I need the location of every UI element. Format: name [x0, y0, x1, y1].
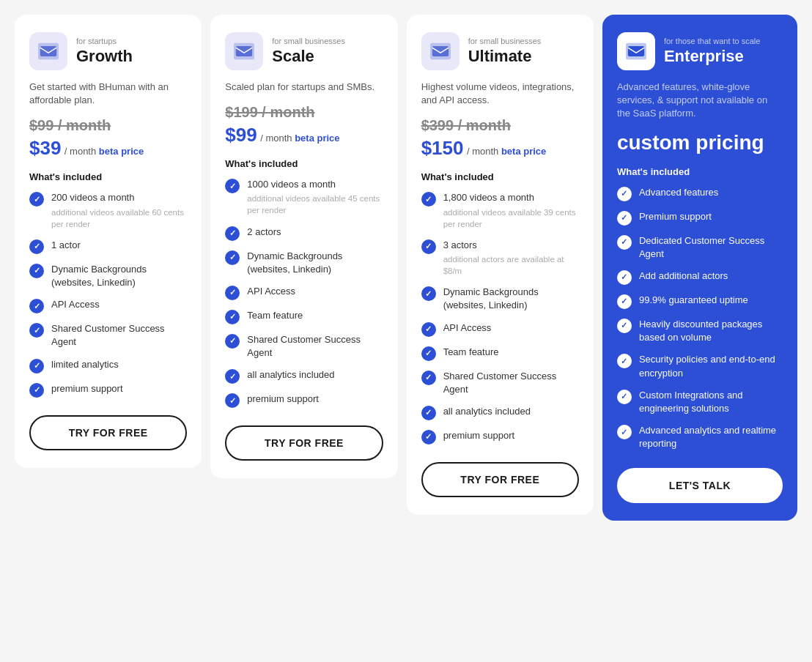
feature-text-scale-2: Dynamic Backgrounds (websites, Linkedin) — [247, 250, 383, 276]
feature-item-ultimate-1: 3 actors additional actors are available… — [421, 239, 579, 277]
feature-item-enterprise-5: Heavily discounted packages based on vol… — [617, 318, 783, 344]
check-icon-scale-0 — [225, 179, 240, 193]
beta-per-scale: / month — [260, 133, 295, 144]
feature-item-enterprise-3: Add additional actors — [617, 269, 783, 285]
cta-button-growth[interactable]: TRY FOR FREE — [29, 415, 187, 450]
check-icon-enterprise-7 — [617, 390, 632, 404]
plan-name-growth: Growth — [76, 47, 133, 66]
plan-icon-scale — [225, 32, 263, 70]
check-icon-enterprise-4 — [617, 294, 632, 309]
plan-desc-scale: Scaled plan for startups and SMBs. — [225, 81, 383, 94]
feature-text-ultimate-0: 1,800 videos a month additional videos a… — [443, 191, 579, 229]
plan-for-growth: for startups — [76, 37, 133, 45]
check-icon-enterprise-8 — [617, 425, 632, 439]
cta-button-scale[interactable]: TRY FOR FREE — [225, 425, 383, 461]
original-price-scale: $199 / month — [225, 104, 383, 121]
feature-item-ultimate-3: API Access — [421, 321, 579, 337]
plan-meta-ultimate: for small businesses Ultimate — [468, 37, 542, 66]
check-icon-scale-1 — [225, 226, 240, 241]
plan-name-enterprise: Enterprise — [664, 47, 760, 66]
check-icon-growth-4 — [29, 323, 44, 338]
feature-text-scale-3: API Access — [247, 285, 295, 298]
feature-list-growth: 200 videos a month additional videos ava… — [29, 191, 187, 397]
feature-text-ultimate-3: API Access — [443, 321, 492, 335]
cta-button-ultimate[interactable]: TRY FOR FREE — [421, 462, 579, 497]
feature-text-enterprise-8: Advanced analytics and realtime reportin… — [639, 424, 783, 450]
beta-per-growth: / month — [64, 146, 99, 157]
feature-text-enterprise-2: Dedicated Customer Success Agent — [639, 234, 783, 261]
check-icon-ultimate-6 — [421, 406, 436, 420]
plan-icon-ultimate — [421, 32, 459, 70]
plan-name-ultimate: Ultimate — [468, 47, 542, 66]
feature-text-enterprise-4: 99.9% guaranteed uptime — [639, 294, 748, 307]
check-icon-growth-2 — [29, 264, 44, 278]
check-icon-enterprise-2 — [617, 235, 632, 250]
beta-price-ultimate: $150 / month beta price — [421, 137, 579, 160]
check-icon-ultimate-7 — [421, 430, 436, 445]
feature-text-ultimate-4: Team feature — [443, 346, 499, 359]
feature-text-ultimate-6: all analytics included — [443, 405, 531, 418]
feature-item-scale-6: all analytics included — [225, 368, 383, 384]
plan-card-enterprise: for those that want to scale Enterprise … — [602, 15, 797, 521]
plan-for-scale: for small businesses — [272, 37, 345, 45]
plan-meta-enterprise: for those that want to scale Enterprise — [664, 37, 760, 66]
plan-for-ultimate: for small businesses — [468, 37, 542, 45]
feature-item-scale-0: 1000 videos a month additional videos av… — [225, 178, 383, 216]
feature-sub-scale-0: additional videos available 45 cents per… — [247, 193, 383, 216]
feature-list-enterprise: Advanced features Premium support Dedica… — [617, 186, 783, 451]
feature-text-enterprise-3: Add additional actors — [639, 269, 728, 283]
plan-card-growth: for startups Growth Get started with BHu… — [15, 15, 202, 468]
feature-item-growth-2: Dynamic Backgrounds (websites, Linkedin) — [29, 263, 187, 289]
plan-header-scale: for small businesses Scale — [225, 32, 383, 70]
feature-text-enterprise-0: Advanced features — [639, 186, 718, 199]
feature-text-enterprise-7: Custom Integrations and engineering solu… — [639, 389, 783, 415]
feature-item-ultimate-6: all analytics included — [421, 405, 579, 420]
feature-item-ultimate-0: 1,800 videos a month additional videos a… — [421, 191, 579, 229]
feature-text-growth-1: 1 actor — [51, 239, 81, 252]
feature-item-enterprise-6: Security policies and end-to-end encrypt… — [617, 353, 783, 379]
feature-text-growth-2: Dynamic Backgrounds (websites, Linkedin) — [51, 263, 187, 289]
beta-label-ultimate: beta price — [501, 146, 546, 157]
feature-text-ultimate-5: Shared Customer Success Agent — [443, 370, 579, 396]
check-icon-scale-7 — [225, 393, 240, 408]
whats-included-ultimate: What's included — [421, 171, 579, 182]
feature-item-enterprise-1: Premium support — [617, 210, 783, 226]
plan-name-scale: Scale — [272, 47, 345, 66]
feature-list-ultimate: 1,800 videos a month additional videos a… — [421, 191, 579, 445]
feature-text-scale-1: 2 actors — [247, 226, 281, 239]
check-icon-enterprise-3 — [617, 270, 632, 285]
beta-price-growth: $39 / month beta price — [29, 137, 187, 160]
check-icon-scale-3 — [225, 286, 240, 300]
check-icon-scale-5 — [225, 334, 240, 349]
feature-text-growth-6: premium support — [51, 382, 123, 395]
beta-price-scale: $99 / month beta price — [225, 124, 383, 146]
check-icon-enterprise-6 — [617, 354, 632, 368]
check-icon-enterprise-1 — [617, 211, 632, 226]
feature-text-enterprise-6: Security policies and end-to-end encrypt… — [639, 353, 783, 379]
check-icon-enterprise-0 — [617, 187, 632, 201]
feature-item-scale-4: Team feature — [225, 309, 383, 324]
custom-pricing: custom pricing — [617, 131, 783, 155]
plan-desc-ultimate: Highest volume videos, integrations, and… — [421, 81, 579, 107]
check-icon-ultimate-5 — [421, 371, 436, 385]
feature-text-scale-0: 1000 videos a month additional videos av… — [247, 178, 383, 216]
svg-rect-5 — [236, 46, 252, 56]
feature-item-enterprise-2: Dedicated Customer Success Agent — [617, 234, 783, 261]
feature-text-growth-3: API Access — [51, 298, 100, 311]
feature-item-scale-3: API Access — [225, 285, 383, 300]
plan-desc-growth: Get started with BHuman with an affordab… — [29, 81, 187, 107]
svg-rect-2 — [40, 46, 56, 56]
feature-item-scale-5: Shared Customer Success Agent — [225, 333, 383, 360]
check-icon-enterprise-5 — [617, 319, 632, 333]
feature-text-scale-6: all analytics included — [247, 368, 334, 382]
feature-text-scale-7: premium support — [247, 393, 319, 406]
plan-header-ultimate: for small businesses Ultimate — [421, 32, 579, 70]
feature-sub-growth-0: additional videos available 60 cents per… — [51, 207, 187, 230]
beta-per-ultimate: / month — [467, 146, 501, 157]
feature-item-growth-6: premium support — [29, 382, 187, 398]
beta-amount-ultimate: $150 — [421, 137, 464, 159]
plan-icon-enterprise — [617, 32, 655, 70]
cta-button-enterprise[interactable]: LET'S TALK — [617, 468, 783, 503]
feature-sub-ultimate-1: additional actors are available at $8/m — [443, 253, 579, 277]
feature-text-enterprise-1: Premium support — [639, 210, 712, 223]
